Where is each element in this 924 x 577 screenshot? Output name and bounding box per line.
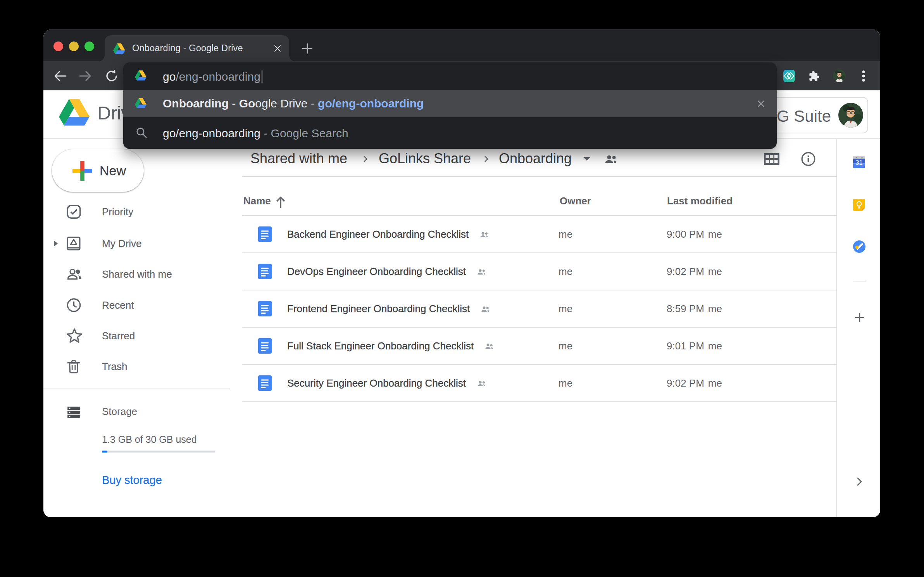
svg-text:31: 31 [855, 159, 862, 166]
